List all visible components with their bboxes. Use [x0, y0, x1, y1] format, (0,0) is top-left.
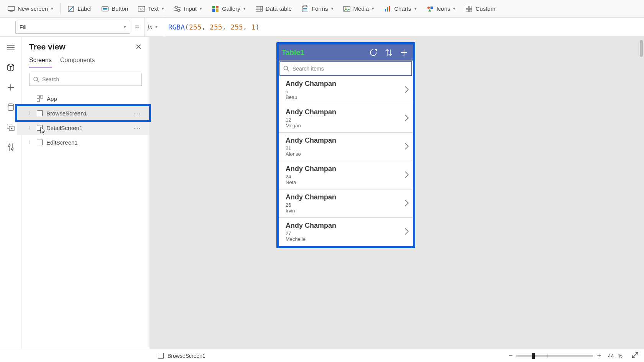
hamburger-icon[interactable]: [6, 43, 15, 52]
tree-view-title: Tree view: [29, 42, 66, 51]
fit-to-screen-icon[interactable]: [632, 352, 639, 360]
media-icon: [343, 5, 350, 12]
gallery-button-label: Gallery: [222, 5, 240, 12]
advanced-tools-icon[interactable]: [6, 143, 15, 152]
sort-icon[interactable]: [383, 47, 394, 58]
more-icon[interactable]: ···: [134, 125, 141, 131]
equals-sign: =: [135, 23, 140, 31]
tab-screens[interactable]: Screens: [29, 57, 52, 67]
add-icon[interactable]: [398, 47, 410, 58]
list-item-title: Andy Champan: [286, 165, 407, 173]
list-item-sub1: 12: [286, 117, 407, 123]
gallery-button[interactable]: Gallery ▾: [207, 3, 250, 15]
list-item-sub2: Beau: [286, 94, 407, 100]
expand-icon[interactable]: 〉: [28, 125, 33, 131]
list-item[interactable]: Andy Champan 26 Irvin: [279, 189, 413, 218]
property-dropdown[interactable]: Fill ▾: [15, 21, 130, 34]
new-screen-button[interactable]: New screen ▾: [3, 3, 61, 15]
text-icon: ab: [138, 5, 145, 12]
svg-rect-15: [216, 9, 219, 12]
label-button-label: Label: [77, 5, 92, 12]
tree-item-editscreen1[interactable]: 〉 EditScreen1: [17, 135, 150, 150]
forms-button[interactable]: Forms ▾: [297, 3, 338, 15]
label-button[interactable]: Label: [63, 3, 96, 15]
expand-icon[interactable]: 〉: [28, 139, 33, 146]
app-preview-search[interactable]: Search items: [279, 61, 412, 76]
tree-item-detailscreen1[interactable]: 〉 DetailScreen1 ···: [17, 120, 150, 135]
svg-rect-35: [466, 9, 468, 12]
list-item-sub2: Megan: [286, 123, 407, 128]
svg-rect-29: [389, 6, 390, 12]
app-preview-header: Table1: [279, 44, 413, 61]
chevron-down-icon: ▾: [200, 6, 202, 11]
zoom-slider[interactable]: [516, 355, 593, 357]
svg-point-9: [175, 6, 177, 8]
list-item[interactable]: Andy Champan 5 Beau: [279, 76, 413, 104]
formula-arg-1: 255: [210, 23, 222, 31]
tree-search-input[interactable]: Search: [29, 73, 142, 86]
charts-icon: [384, 5, 391, 12]
search-icon: [33, 77, 39, 82]
tree-view-icon[interactable]: [6, 63, 15, 72]
svg-line-42: [11, 65, 14, 67]
app-preview[interactable]: Table1 Search items Andy Champan 5: [276, 42, 415, 248]
svg-line-65: [632, 352, 638, 358]
formula-input[interactable]: RGBA(255, 255, 255, 1): [165, 18, 260, 36]
app-icon: [37, 95, 43, 102]
list-item-title: Andy Champan: [286, 137, 407, 145]
scrollbar-thumb[interactable]: [640, 40, 643, 57]
chevron-right-icon[interactable]: [404, 227, 409, 236]
list-item[interactable]: Andy Champan 24 Neta: [279, 161, 413, 189]
refresh-icon[interactable]: [368, 47, 379, 58]
fx-button[interactable]: fx ▾: [144, 18, 160, 36]
insert-plus-icon[interactable]: [6, 83, 15, 92]
input-button[interactable]: Input ▾: [169, 3, 207, 15]
chevron-right-icon[interactable]: [404, 114, 409, 123]
list-item-sub1: 27: [286, 230, 407, 236]
charts-button[interactable]: Charts ▾: [380, 3, 421, 15]
zoom-in-button[interactable]: +: [597, 352, 601, 360]
tree-item-app[interactable]: App: [17, 91, 150, 106]
data-table-button-label: Data table: [266, 5, 292, 12]
list-item-sub1: 21: [286, 145, 407, 151]
text-button[interactable]: ab Text ▾: [133, 3, 169, 15]
tab-components[interactable]: Components: [60, 57, 95, 67]
formula-arg-3: 1: [251, 23, 256, 31]
tree-list: App 〉 BrowseScreen1 ··· 〉 DetailScreen1 …: [17, 89, 150, 349]
more-icon[interactable]: ···: [134, 110, 141, 117]
expand-icon[interactable]: 〉: [28, 110, 33, 117]
button-button[interactable]: Button: [97, 3, 133, 15]
icons-button[interactable]: Icons ▾: [422, 3, 460, 15]
screen-thumb-icon: [37, 110, 43, 116]
list-item[interactable]: Andy Champan 21 Alonso: [279, 133, 413, 161]
zoom-out-button[interactable]: −: [509, 352, 513, 360]
chevron-down-icon: ▾: [162, 6, 164, 11]
custom-button[interactable]: Custom: [461, 3, 500, 15]
tree-item-browsescreen1[interactable]: 〉 BrowseScreen1 ···: [17, 106, 150, 120]
gallery-icon: [212, 5, 219, 12]
canvas[interactable]: Table1 Search items Andy Champan 5: [150, 37, 644, 349]
list-item[interactable]: Andy Champan 27 Mechelle: [279, 218, 413, 246]
list-item-sub1: 5: [286, 89, 407, 94]
chevron-right-icon[interactable]: [404, 142, 409, 151]
media-pane-icon[interactable]: [6, 123, 15, 132]
chevron-right-icon[interactable]: [404, 199, 409, 208]
svg-rect-31: [430, 7, 433, 9]
svg-line-3: [69, 7, 73, 11]
svg-rect-28: [387, 7, 388, 12]
chevron-down-icon: ▾: [243, 6, 246, 11]
chevron-right-icon[interactable]: [404, 86, 409, 94]
formula-bar: Fill ▾ = fx ▾ RGBA(255, 255, 255, 1): [0, 18, 644, 37]
main-area: Tree view ✕ Screens Components Search Ap…: [0, 37, 644, 349]
close-icon[interactable]: ✕: [135, 42, 142, 51]
svg-line-64: [288, 70, 289, 72]
svg-rect-12: [212, 6, 215, 8]
svg-line-55: [37, 81, 39, 82]
chevron-down-icon: ▾: [331, 6, 334, 11]
svg-rect-36: [469, 9, 472, 12]
list-item[interactable]: Andy Champan 12 Megan: [279, 104, 413, 133]
chevron-right-icon[interactable]: [404, 171, 409, 179]
media-button[interactable]: Media ▾: [339, 3, 379, 15]
data-table-button[interactable]: Data table: [251, 3, 296, 15]
data-icon[interactable]: [6, 103, 15, 112]
